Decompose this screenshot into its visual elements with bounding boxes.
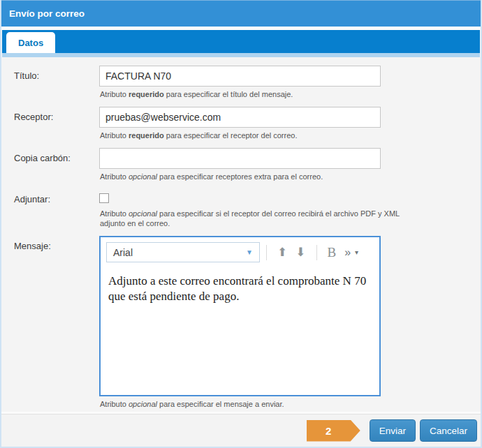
more-tools-chevron-icon[interactable]: ▾ [355,248,363,257]
adjuntar-row: Adjuntar: Atributo opcional para especif… [14,189,481,237]
email-send-dialog: Envío por correo Datos Título: Atributo … [0,0,482,448]
copia-carbon-hint: Atributo opcional para especificar recep… [100,172,404,182]
titulo-label: Título: [14,66,99,81]
bold-icon[interactable]: B [323,244,341,260]
receptor-row: Receptor: Atributo requerido para especi… [14,107,481,148]
move-up-icon[interactable]: ⬆ [273,245,291,260]
copia-carbon-row: Copia carbón: Atributo opcional para esp… [14,148,481,189]
editor-toolbar: Arial ▼ ⬆ ⬇ B » ▾ [101,237,379,267]
adjuntar-label: Adjuntar: [14,189,99,204]
form-panel: Título: Atributo requerido para especifi… [1,57,481,412]
tabs-container: Datos [2,30,480,57]
titulo-row: Título: Atributo requerido para especifi… [14,66,481,107]
step-badge-number: 2 [326,425,331,437]
font-family-value: Arial [113,247,133,258]
mensaje-label: Mensaje: [14,236,99,251]
cancel-button[interactable]: Cancelar [420,419,477,442]
copia-carbon-input[interactable] [99,148,381,169]
step-badge: 2 [307,420,360,442]
receptor-hint: Atributo requerido para especificar el r… [100,130,404,141]
dialog-title: Envío por correo [9,8,85,19]
adjuntar-checkbox[interactable] [99,193,109,203]
rich-text-editor: Arial ▼ ⬆ ⬇ B » ▾ Adjunto a este correo … [99,236,381,396]
chevron-down-icon: ▼ [246,248,253,256]
font-family-dropdown[interactable]: Arial ▼ [106,242,260,262]
more-tools-icon[interactable]: » [340,246,355,260]
receptor-input[interactable] [99,107,381,128]
dialog-titlebar: Envío por correo [1,0,481,27]
tab-datos-label: Datos [18,38,43,48]
mensaje-hint: Atributo opcional para especificar el me… [100,399,404,410]
toolbar-divider [266,245,267,260]
toolbar-divider [316,245,317,260]
copia-carbon-label: Copia carbón: [14,148,99,163]
message-body-input[interactable]: Adjunto a este correo encontrará el comp… [101,267,379,395]
adjuntar-hint: Atributo opcional para especificar si el… [100,209,404,230]
tab-strip: Datos [2,30,480,53]
titulo-hint: Atributo requerido para especificar el t… [100,89,404,100]
mensaje-row: Mensaje: Arial ▼ ⬆ ⬇ B » ▾ [14,236,481,412]
tab-datos[interactable]: Datos [6,32,55,53]
receptor-label: Receptor: [14,107,99,122]
move-down-icon[interactable]: ⬇ [291,245,309,260]
dialog-footer: 2 Enviar Cancelar [1,414,481,447]
send-button[interactable]: Enviar [370,419,416,442]
titulo-input[interactable] [99,66,381,87]
